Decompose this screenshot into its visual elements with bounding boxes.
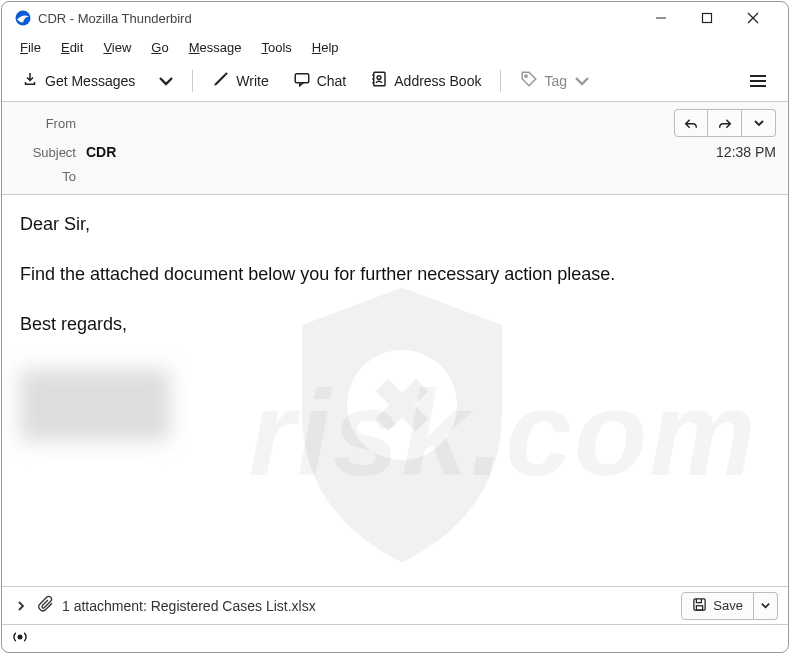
attachment-bar: 1 attachment: Registered Cases List.xlsx… bbox=[2, 586, 788, 624]
signature-redacted bbox=[20, 369, 170, 441]
save-attachment-dropdown[interactable] bbox=[754, 592, 778, 620]
from-label: From bbox=[14, 116, 76, 131]
app-menu-button[interactable] bbox=[738, 65, 778, 97]
body-greeting: Dear Sir, bbox=[20, 211, 770, 239]
chat-button[interactable]: Chat bbox=[284, 65, 356, 96]
message-headers: From Subject CDR 12:38 PM To bbox=[2, 102, 788, 195]
address-book-button[interactable]: Address Book bbox=[361, 65, 490, 96]
subject-label: Subject bbox=[14, 145, 76, 160]
status-bar bbox=[2, 624, 788, 652]
menu-go[interactable]: Go bbox=[143, 38, 176, 57]
tag-icon bbox=[520, 70, 538, 91]
more-actions-button[interactable] bbox=[742, 109, 776, 137]
body-signoff: Best regards, bbox=[20, 311, 770, 339]
connection-icon[interactable] bbox=[10, 629, 30, 649]
title-bar: CDR - Mozilla Thunderbird bbox=[2, 2, 788, 34]
address-book-icon bbox=[370, 70, 388, 91]
menu-edit[interactable]: Edit bbox=[53, 38, 91, 57]
menu-message[interactable]: Message bbox=[181, 38, 250, 57]
save-attachment-button[interactable]: Save bbox=[681, 592, 754, 620]
window-title: CDR - Mozilla Thunderbird bbox=[38, 11, 638, 26]
separator bbox=[192, 70, 193, 92]
attachment-text[interactable]: 1 attachment: Registered Cases List.xlsx bbox=[62, 598, 673, 614]
menu-help[interactable]: Help bbox=[304, 38, 347, 57]
forward-button[interactable] bbox=[708, 109, 742, 137]
svg-rect-2 bbox=[703, 14, 712, 23]
save-icon bbox=[692, 597, 707, 615]
body-line: Find the attached document below you for… bbox=[20, 261, 770, 289]
pencil-icon bbox=[212, 70, 230, 91]
chat-icon bbox=[293, 70, 311, 91]
get-messages-dropdown[interactable] bbox=[150, 67, 182, 95]
get-messages-button[interactable]: Get Messages bbox=[12, 65, 144, 96]
thunderbird-icon bbox=[14, 9, 32, 27]
to-label: To bbox=[14, 169, 76, 184]
minimize-button[interactable] bbox=[638, 2, 684, 34]
menu-view[interactable]: View bbox=[95, 38, 139, 57]
app-window: CDR - Mozilla Thunderbird File Edit View… bbox=[1, 1, 789, 653]
tag-button[interactable]: Tag bbox=[511, 65, 600, 96]
svg-point-18 bbox=[18, 635, 22, 639]
write-button[interactable]: Write bbox=[203, 65, 277, 96]
subject-value: CDR bbox=[86, 144, 116, 160]
maximize-button[interactable] bbox=[684, 2, 730, 34]
svg-rect-5 bbox=[295, 74, 309, 83]
download-icon bbox=[21, 70, 39, 91]
svg-rect-17 bbox=[697, 605, 703, 609]
message-body: risk.com Dear Sir, Find the attached doc… bbox=[2, 195, 788, 586]
separator bbox=[500, 70, 501, 92]
attachment-expand[interactable] bbox=[12, 600, 30, 612]
svg-point-7 bbox=[377, 76, 381, 80]
close-button[interactable] bbox=[730, 2, 776, 34]
svg-rect-16 bbox=[694, 598, 705, 609]
message-time: 12:38 PM bbox=[716, 144, 776, 160]
svg-point-11 bbox=[525, 75, 527, 77]
main-toolbar: Get Messages Write Chat Address Book Tag bbox=[2, 60, 788, 102]
reply-button[interactable] bbox=[674, 109, 708, 137]
menu-tools[interactable]: Tools bbox=[253, 38, 299, 57]
menu-bar: File Edit View Go Message Tools Help bbox=[2, 34, 788, 60]
paperclip-icon bbox=[38, 595, 54, 616]
menu-file[interactable]: File bbox=[12, 38, 49, 57]
